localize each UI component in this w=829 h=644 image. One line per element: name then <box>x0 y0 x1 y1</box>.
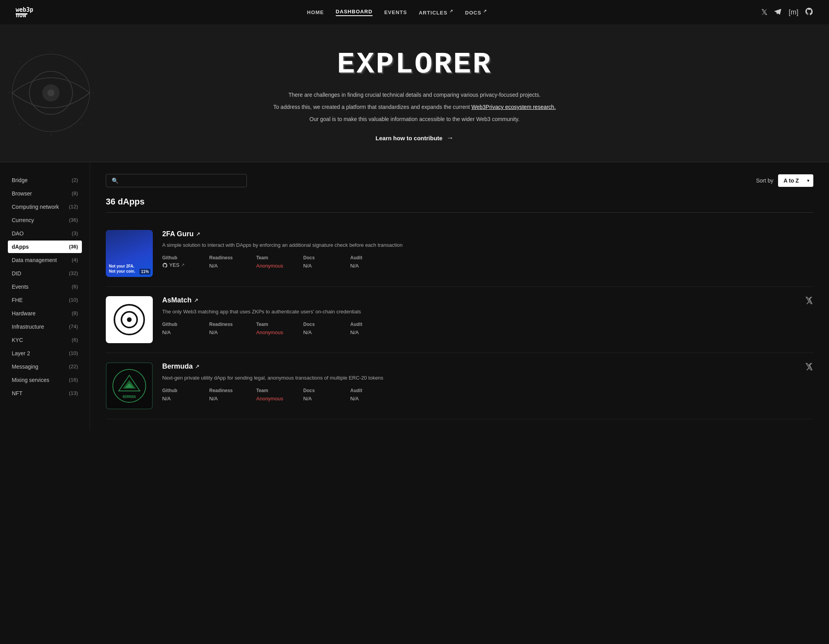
audit-val: N/A <box>350 263 359 269</box>
docs-label: Docs <box>303 255 335 260</box>
nav-articles[interactable]: ARTICLES ↗ <box>419 9 453 16</box>
sidebar-item-browser[interactable]: Browser (8) <box>8 187 82 200</box>
external-link-icon: ↗ <box>194 297 198 303</box>
nav-icons: 𝕏 [m] <box>761 7 813 18</box>
sidebar-item-did[interactable]: DID (32) <box>8 267 82 280</box>
twitter-link[interactable] <box>805 296 813 305</box>
nav-dashboard[interactable]: DASHBOARD <box>336 9 373 16</box>
learn-contribute-link[interactable]: Learn how to contribute → <box>376 134 454 142</box>
dapp-name-link[interactable]: 2FA Guru <box>162 230 194 238</box>
navbar: web3privacy now HOME DASHBOARD EVENTS AR… <box>0 0 829 24</box>
team-col: Team Anonymous <box>256 255 288 269</box>
search-sort-row: 🔍 Sort by A to Z Z to A ▾ <box>106 174 813 187</box>
team-label: Team <box>256 255 288 260</box>
github-label: Github <box>162 388 194 393</box>
sidebar-item-layer-2[interactable]: Layer 2 (10) <box>8 347 82 360</box>
main-container: Bridge (2)Browser (8)Computing network (… <box>0 162 829 431</box>
dapp-name-link[interactable]: Bermuda <box>162 362 193 371</box>
audit-col: Audit N/A <box>350 388 382 402</box>
team-label: Team <box>256 388 288 393</box>
github-label: Github <box>162 322 194 327</box>
audit-val: N/A <box>350 329 359 335</box>
sidebar-item-mixing-services[interactable]: Mixing services (16) <box>8 374 82 386</box>
search-input[interactable] <box>121 177 241 184</box>
search-box[interactable]: 🔍 <box>106 174 247 187</box>
sidebar-item-kyc[interactable]: KYC (6) <box>8 334 82 346</box>
readiness-col: Readiness N/A <box>209 322 241 336</box>
sidebar-item-computing-network[interactable]: Computing network (12) <box>8 201 82 213</box>
github-icon[interactable] <box>805 7 813 18</box>
external-link-icon: ↗ <box>195 364 199 369</box>
docs-label: Docs <box>303 388 335 393</box>
dapp-title: 2FA Guru ↗ <box>162 230 813 238</box>
team-label: Team <box>256 322 288 327</box>
audit-label: Audit <box>350 255 382 260</box>
dapp-title: AsMatch ↗ <box>162 296 813 305</box>
nav-home[interactable]: HOME <box>307 9 324 15</box>
sidebar-item-bridge[interactable]: Bridge (2) <box>8 174 82 186</box>
hero-desc3: Our goal is to make this valuable inform… <box>16 114 813 124</box>
twitter-link[interactable] <box>805 362 813 371</box>
sidebar-item-messaging[interactable]: Messaging (22) <box>8 360 82 373</box>
svg-text:BERMUDA: BERMUDA <box>123 395 136 399</box>
audit-col: Audit N/A <box>350 322 382 336</box>
sort-select[interactable]: A to Z Z to A <box>778 174 813 187</box>
dapp-thumbnail: BERMUDA <box>106 362 153 409</box>
readiness-val: N/A <box>209 396 218 402</box>
team-col: Team Anonymous <box>256 322 288 336</box>
hero-title: EXPLORER <box>16 48 813 81</box>
sidebar-item-infrastructure[interactable]: Infrastructure (74) <box>8 320 82 333</box>
sidebar-item-hardware[interactable]: Hardware (8) <box>8 307 82 320</box>
team-val: Anonymous <box>256 396 283 402</box>
readiness-label: Readiness <box>209 255 241 260</box>
docs-label: Docs <box>303 322 335 327</box>
dapp-thumbnail: Not your 2FA.Not your coin. 11% <box>106 230 153 277</box>
sidebar-item-events[interactable]: Events (6) <box>8 280 82 293</box>
dapp-thumbnail <box>106 296 153 343</box>
sidebar-item-currency[interactable]: Currency (36) <box>8 214 82 226</box>
twitter-icon[interactable]: 𝕏 <box>761 7 767 17</box>
nav-docs[interactable]: DOCS ↗ <box>465 9 487 16</box>
sidebar-item-fhe[interactable]: FHE (10) <box>8 294 82 306</box>
github-col: Github N/A <box>162 388 194 402</box>
search-icon: 🔍 <box>112 177 118 184</box>
dapp-desc: Next-gen private utility dApp for sendin… <box>162 374 813 382</box>
dapp-card: AsMatch ↗ The only Web3 matching app tha… <box>106 287 813 353</box>
team-val: Anonymous <box>256 329 283 335</box>
sort-label: Sort by <box>756 177 773 184</box>
dapp-info: Bermuda ↗ Next-gen private utility dApp … <box>162 362 813 409</box>
dapp-info: 2FA Guru ↗ A simple solution to interact… <box>162 230 813 277</box>
dapp-card: Not your 2FA.Not your coin. 11% 2FA Guru… <box>106 221 813 287</box>
ecosystem-link[interactable]: Web3Privacy ecosystem research. <box>471 104 556 110</box>
dapp-title: Bermuda ↗ <box>162 362 813 371</box>
logo[interactable]: web3privacy now <box>16 5 33 19</box>
sidebar: Bridge (2)Browser (8)Computing network (… <box>0 162 90 431</box>
docs-col: Docs N/A <box>303 255 335 269</box>
readiness-val: N/A <box>209 263 218 269</box>
sidebar-item-data-management[interactable]: Data management (4) <box>8 254 82 266</box>
hero-desc1: There are challenges in finding crucial … <box>16 90 813 100</box>
readiness-val: N/A <box>209 329 218 335</box>
telegram-icon[interactable] <box>774 7 782 18</box>
logo-icon: web3privacy now <box>16 5 33 19</box>
dapp-meta: Github N/A Readiness N/A Team Anonymous … <box>162 322 813 336</box>
readiness-label: Readiness <box>209 322 241 327</box>
audit-col: Audit N/A <box>350 255 382 269</box>
readiness-col: Readiness N/A <box>209 255 241 269</box>
nav-links: HOME DASHBOARD EVENTS ARTICLES ↗ DOCS ↗ <box>307 9 487 16</box>
dapp-count: 36 dApps <box>106 197 813 213</box>
sidebar-item-dao[interactable]: DAO (3) <box>8 227 82 240</box>
hero-desc2: To address this, we created a platform t… <box>16 102 813 112</box>
matrix-icon[interactable]: [m] <box>789 8 798 16</box>
sidebar-item-nft[interactable]: NFT (13) <box>8 387 82 400</box>
sort-row: Sort by A to Z Z to A ▾ <box>756 174 813 187</box>
dapp-list: Not your 2FA.Not your coin. 11% 2FA Guru… <box>106 221 813 419</box>
sidebar-item-dapps[interactable]: dApps (36) <box>8 241 82 253</box>
dapp-name-link[interactable]: AsMatch <box>162 296 192 304</box>
audit-val: N/A <box>350 396 359 402</box>
audit-label: Audit <box>350 388 382 393</box>
docs-val: N/A <box>303 329 312 335</box>
team-val: Anonymous <box>256 263 283 269</box>
nav-events[interactable]: EVENTS <box>384 9 407 15</box>
dapp-desc: The only Web3 matching app that uses ZKP… <box>162 308 813 316</box>
